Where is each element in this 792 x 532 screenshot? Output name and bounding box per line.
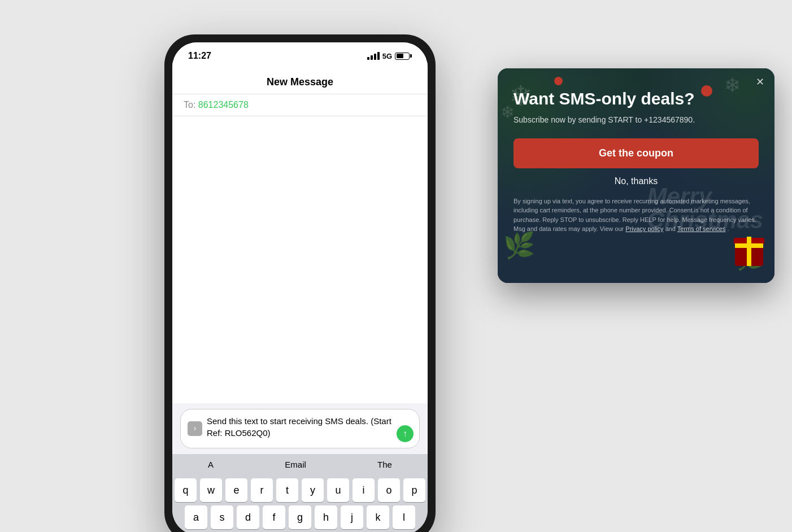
privacy-policy-link[interactable]: Privacy policy xyxy=(625,225,663,232)
predictive-word-1[interactable]: A xyxy=(202,459,219,470)
to-number: 8612345678 xyxy=(198,100,249,110)
phone-screen: 11:27 5G New Message xyxy=(172,42,428,532)
key-s[interactable]: s xyxy=(211,505,233,529)
phone-frame: 11:27 5G New Message xyxy=(164,34,436,532)
predictive-word-3[interactable]: The xyxy=(372,459,398,470)
key-d[interactable]: d xyxy=(237,505,259,529)
popup-subtitle: Subscribe now by sending START to +12345… xyxy=(514,115,759,126)
to-field[interactable]: To: 8612345678 xyxy=(172,94,428,116)
message-header: New Message xyxy=(172,69,428,94)
status-time: 11:27 xyxy=(188,51,211,61)
and-text: and xyxy=(665,225,677,232)
key-g[interactable]: g xyxy=(289,505,311,529)
key-e[interactable]: e xyxy=(225,478,247,502)
terms-link[interactable]: Terms of services xyxy=(677,225,726,232)
key-q[interactable]: q xyxy=(175,478,197,502)
key-a[interactable]: a xyxy=(185,505,207,529)
status-icons: 5G xyxy=(367,52,412,60)
key-p[interactable]: p xyxy=(403,478,425,502)
key-w[interactable]: w xyxy=(200,478,222,502)
compose-area: › Send this text to start receiving SMS … xyxy=(172,403,428,454)
key-o[interactable]: o xyxy=(378,478,400,502)
key-r[interactable]: r xyxy=(251,478,273,502)
keyboard: q w e r t y u i o p a s d f g h xyxy=(172,475,428,532)
key-l[interactable]: l xyxy=(393,505,415,529)
compose-text: Send this text to start receiving SMS de… xyxy=(207,416,391,438)
key-f[interactable]: f xyxy=(263,505,285,529)
send-icon: ↑ xyxy=(403,428,407,440)
to-label: To: 8612345678 xyxy=(184,100,249,110)
no-thanks-button[interactable]: No, thanks xyxy=(514,176,759,186)
get-coupon-button[interactable]: Get the coupon xyxy=(514,138,759,168)
network-label: 5G xyxy=(382,52,392,60)
key-t[interactable]: t xyxy=(276,478,298,502)
popup-disclaimer: By signing up via text, you agree to rec… xyxy=(514,197,759,234)
popup-background: ❄ ❄ ❄ 🌿 🌿 MerryChristmas ✕ Want SMS-only… xyxy=(498,68,774,283)
period: . xyxy=(727,225,729,232)
scene: 11:27 5G New Message xyxy=(142,23,650,509)
close-button[interactable]: ✕ xyxy=(753,75,767,89)
message-body-area xyxy=(172,116,428,403)
keyboard-row-1: q w e r t y u i o p xyxy=(175,478,425,502)
key-h[interactable]: h xyxy=(315,505,337,529)
status-bar: 11:27 5G xyxy=(172,42,428,69)
send-button[interactable]: ↑ xyxy=(397,425,414,442)
popup-title: Want SMS-only deals? xyxy=(514,89,759,109)
key-i[interactable]: i xyxy=(353,478,375,502)
predictive-bar: A Email The xyxy=(172,454,428,475)
key-j[interactable]: j xyxy=(341,505,363,529)
key-y[interactable]: y xyxy=(302,478,324,502)
sms-popup: ❄ ❄ ❄ 🌿 🌿 MerryChristmas ✕ Want SMS-only… xyxy=(498,68,774,283)
compose-textbox[interactable]: › Send this text to start receiving SMS … xyxy=(180,409,420,448)
popup-content: Want SMS-only deals? Subscribe now by se… xyxy=(498,68,774,247)
key-k[interactable]: k xyxy=(367,505,389,529)
key-u[interactable]: u xyxy=(327,478,349,502)
expand-icon[interactable]: › xyxy=(188,421,202,436)
message-title: New Message xyxy=(184,76,416,88)
predictive-word-2[interactable]: Email xyxy=(279,459,312,470)
keyboard-row-2: a s d f g h j k l xyxy=(175,505,425,529)
signal-icon xyxy=(367,52,380,60)
battery-icon xyxy=(395,53,412,60)
